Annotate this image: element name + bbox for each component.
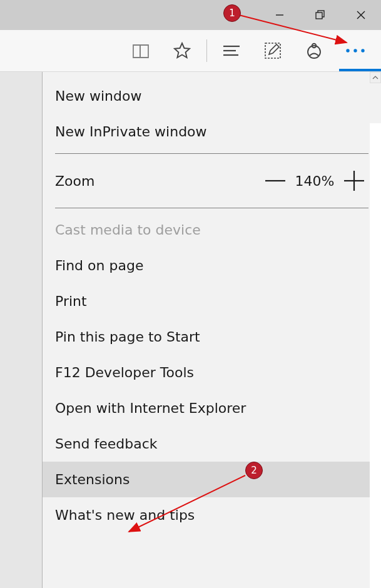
more-menu-panel: New window New InPrivate window Zoom 140… [42, 72, 381, 588]
menu-print[interactable]: Print [43, 283, 381, 319]
menu-find-on-page[interactable]: Find on page [43, 248, 381, 283]
menu-dev-tools[interactable]: F12 Developer Tools [43, 355, 381, 390]
menu-separator [55, 153, 368, 154]
menu-zoom-row: Zoom 140% [43, 158, 381, 204]
hub-icon[interactable] [211, 30, 252, 72]
scrollbar-track[interactable] [370, 123, 381, 588]
menu-new-inprivate[interactable]: New InPrivate window [43, 114, 381, 150]
svg-point-12 [346, 49, 349, 52]
menu-cast-media: Cast media to device [43, 212, 381, 248]
maximize-button[interactable] [300, 0, 340, 30]
close-button[interactable] [340, 0, 381, 30]
menu-extensions[interactable]: Extensions [43, 462, 381, 497]
web-note-icon[interactable] [252, 30, 293, 72]
minimize-button[interactable] [259, 0, 300, 30]
active-tab-underline [339, 69, 381, 71]
favorites-star-icon[interactable] [161, 30, 203, 72]
window-titlebar [0, 0, 381, 30]
more-button[interactable] [335, 30, 376, 72]
svg-rect-2 [316, 13, 322, 19]
zoom-value: 140% [290, 173, 340, 189]
svg-point-13 [353, 49, 357, 52]
svg-point-14 [361, 49, 364, 52]
menu-open-ie[interactable]: Open with Internet Explorer [43, 390, 381, 426]
share-icon[interactable] [293, 30, 335, 72]
zoom-label: Zoom [55, 173, 94, 189]
menu-send-feedback[interactable]: Send feedback [43, 426, 381, 462]
scroll-up-button[interactable] [370, 72, 381, 83]
toolbar-separator [206, 39, 207, 62]
reading-view-icon[interactable] [120, 30, 161, 72]
annotation-badge-2: 2 [245, 462, 263, 479]
menu-list: New window New InPrivate window Zoom 140… [43, 72, 381, 533]
menu-separator [55, 208, 368, 208]
zoom-out-button[interactable] [261, 166, 290, 195]
menu-new-window[interactable]: New window [43, 78, 381, 114]
zoom-in-button[interactable] [340, 166, 368, 195]
menu-pin-to-start[interactable]: Pin this page to Start [43, 319, 381, 355]
annotation-badge-1: 1 [223, 4, 241, 22]
browser-toolbar [0, 30, 381, 72]
menu-whats-new[interactable]: What's new and tips [43, 497, 381, 533]
